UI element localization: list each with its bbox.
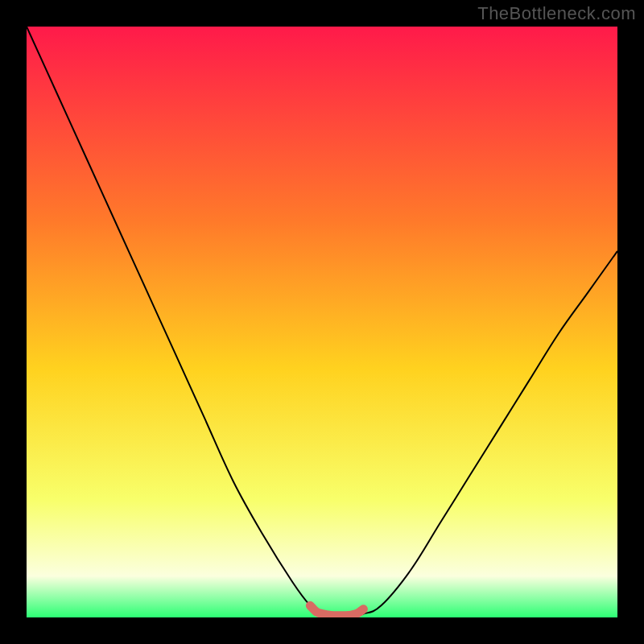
watermark-text: TheBottleneck.com (477, 3, 636, 24)
chart-svg (27, 27, 617, 617)
gradient-background (27, 27, 617, 617)
chart-frame: TheBottleneck.com (0, 0, 644, 644)
plot-area (27, 27, 617, 617)
